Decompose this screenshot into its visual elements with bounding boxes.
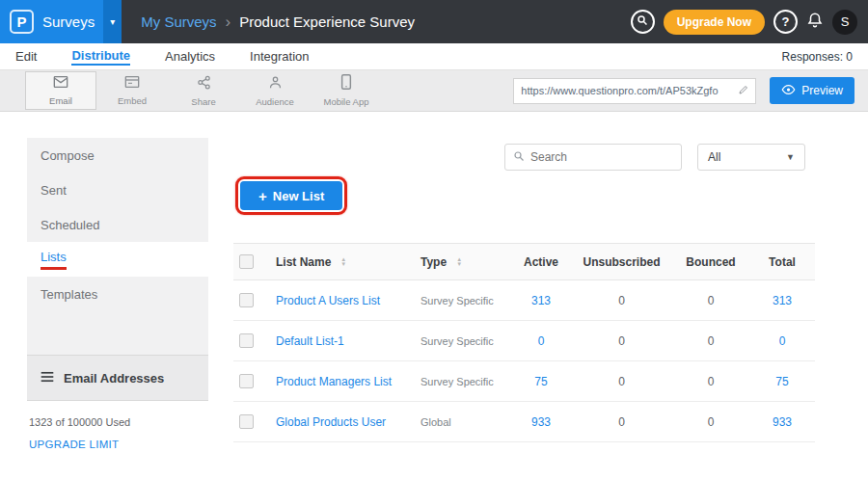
row-type-cell: Survey Specific bbox=[415, 321, 511, 361]
channel-label: Audience bbox=[256, 96, 294, 107]
search-icon bbox=[637, 14, 648, 29]
upgrade-now-button[interactable]: Upgrade Now bbox=[664, 10, 765, 35]
sidebar-item-lists[interactable]: Lists bbox=[27, 242, 208, 277]
bell-icon bbox=[806, 12, 824, 32]
tab-distribute[interactable]: Distribute bbox=[71, 48, 130, 66]
column-header-unsubscribed: Unsubscribed bbox=[571, 244, 672, 280]
share-icon bbox=[197, 75, 211, 93]
row-checkbox[interactable] bbox=[239, 374, 254, 388]
column-label: Unsubscribed bbox=[583, 255, 660, 269]
sort-icon[interactable]: ▲▼ bbox=[456, 257, 462, 267]
column-label: Type bbox=[420, 255, 447, 269]
list-name-link[interactable]: Product A Users List bbox=[276, 294, 380, 307]
preview-label: Preview bbox=[801, 84, 843, 97]
row-type-cell: Survey Specific bbox=[415, 361, 511, 402]
row-bounced-cell: 0 bbox=[672, 280, 749, 321]
list-name-link[interactable]: Product Managers List bbox=[276, 375, 392, 388]
questionpro-logo: P bbox=[10, 10, 34, 34]
select-all-checkbox[interactable] bbox=[239, 254, 254, 269]
row-unsubscribed-cell: 0 bbox=[571, 402, 672, 442]
product-switcher[interactable]: P Surveys ▾ bbox=[0, 0, 122, 43]
row-total-cell: 0 bbox=[749, 321, 815, 361]
column-header-type[interactable]: Type▲▼ bbox=[415, 244, 511, 280]
tab-analytics[interactable]: Analytics bbox=[165, 49, 215, 64]
channel-embed[interactable]: Embed bbox=[96, 71, 168, 110]
sidebar-menu: Compose Sent Scheduled Lists Templates E… bbox=[27, 138, 208, 401]
row-unsubscribed-cell: 0 bbox=[571, 321, 672, 361]
row-bounced-cell: 0 bbox=[672, 321, 749, 361]
table-row: Product Managers List Survey Specific 75… bbox=[233, 361, 815, 402]
pencil-icon bbox=[738, 84, 749, 98]
column-header-list-name[interactable]: List Name▲▼ bbox=[270, 244, 415, 280]
row-active-cell: 313 bbox=[511, 280, 571, 321]
list-name-link[interactable]: Default List-1 bbox=[276, 334, 344, 348]
total-count-link[interactable]: 0 bbox=[779, 334, 786, 348]
plus-icon: + bbox=[258, 189, 267, 203]
row-active-cell: 0 bbox=[511, 321, 571, 361]
channel-email[interactable]: Email bbox=[25, 71, 96, 110]
upgrade-limit-link[interactable]: UPGRADE LIMIT bbox=[29, 439, 206, 450]
row-checkbox[interactable] bbox=[239, 293, 254, 307]
content: Compose Sent Scheduled Lists Templates E… bbox=[0, 112, 868, 479]
row-name-cell: Product Managers List bbox=[270, 361, 415, 402]
notifications-button[interactable] bbox=[806, 12, 824, 32]
channel-audience[interactable]: Audience bbox=[239, 71, 311, 110]
active-count-link[interactable]: 75 bbox=[534, 375, 547, 388]
search-input[interactable] bbox=[530, 150, 673, 164]
avatar[interactable]: S bbox=[832, 10, 857, 35]
survey-url-value[interactable]: https://www.questionpro.com/t/AP53kZgfo bbox=[514, 85, 732, 96]
row-checkbox[interactable] bbox=[239, 414, 254, 429]
total-count-link[interactable]: 75 bbox=[775, 375, 788, 388]
list-name-link[interactable]: Global Products User bbox=[276, 415, 386, 429]
eye-icon bbox=[781, 84, 796, 98]
preview-button[interactable]: Preview bbox=[770, 77, 854, 104]
sidebar-item-scheduled[interactable]: Scheduled bbox=[27, 207, 208, 242]
new-list-label: New List bbox=[273, 189, 324, 203]
new-list-area: + New List bbox=[235, 176, 815, 215]
column-header-bounced: Bounced bbox=[672, 244, 749, 280]
tab-integration[interactable]: Integration bbox=[250, 49, 309, 64]
email-addresses-title: Email Addresses bbox=[64, 371, 164, 386]
email-addresses-header[interactable]: Email Addresses bbox=[27, 355, 208, 401]
table-header-row: List Name▲▼ Type▲▼ Active Unsubscribed B bbox=[233, 244, 815, 280]
total-count-link[interactable]: 313 bbox=[773, 294, 792, 307]
active-count-link[interactable]: 0 bbox=[538, 334, 545, 348]
row-checkbox[interactable] bbox=[239, 333, 254, 348]
channel-label: Embed bbox=[118, 95, 147, 106]
help-button[interactable]: ? bbox=[773, 10, 798, 34]
sidebar-item-label: Scheduled bbox=[41, 218, 99, 232]
row-name-cell: Product A Users List bbox=[270, 280, 415, 321]
row-name-cell: Default List-1 bbox=[270, 321, 415, 361]
annotation-highlight-ring: + New List bbox=[235, 176, 347, 215]
edit-url-button[interactable] bbox=[732, 79, 755, 103]
search-button[interactable] bbox=[631, 10, 655, 34]
table-row: Product A Users List Survey Specific 313… bbox=[233, 280, 815, 321]
sidebar-item-templates[interactable]: Templates bbox=[27, 277, 208, 311]
column-header-total: Total bbox=[749, 244, 815, 280]
new-list-button[interactable]: + New List bbox=[240, 181, 342, 210]
email-icon bbox=[53, 75, 68, 93]
row-bounced-cell: 0 bbox=[672, 402, 749, 442]
channel-share[interactable]: Share bbox=[168, 71, 239, 110]
filter-value: All bbox=[708, 150, 720, 164]
responses-count[interactable]: Responses: 0 bbox=[782, 50, 853, 64]
total-count-link[interactable]: 933 bbox=[773, 415, 792, 429]
sidebar-item-label-annotated: Lists bbox=[41, 250, 67, 270]
sidebar-item-sent[interactable]: Sent bbox=[27, 173, 208, 207]
active-count-link[interactable]: 933 bbox=[531, 415, 551, 429]
active-count-link[interactable]: 313 bbox=[531, 294, 551, 307]
sidebar-item-compose[interactable]: Compose bbox=[27, 138, 208, 173]
mobile-icon bbox=[340, 74, 352, 93]
table-row: Global Products User Global 933 0 0 933 bbox=[233, 402, 815, 442]
channel-mobile-app[interactable]: Mobile App bbox=[311, 71, 382, 110]
search-icon bbox=[513, 148, 525, 166]
sort-icon[interactable]: ▲▼ bbox=[340, 257, 346, 267]
email-usage-text: 1323 of 100000 Used bbox=[29, 416, 206, 428]
breadcrumb-separator: › bbox=[226, 13, 231, 30]
row-checkbox-cell bbox=[233, 321, 270, 361]
sidebar-spacer bbox=[27, 311, 208, 355]
list-filter-dropdown[interactable]: All ▼ bbox=[697, 144, 805, 171]
tab-edit[interactable]: Edit bbox=[15, 49, 37, 64]
audience-icon bbox=[268, 75, 283, 93]
breadcrumb-my-surveys[interactable]: My Surveys bbox=[141, 13, 216, 30]
